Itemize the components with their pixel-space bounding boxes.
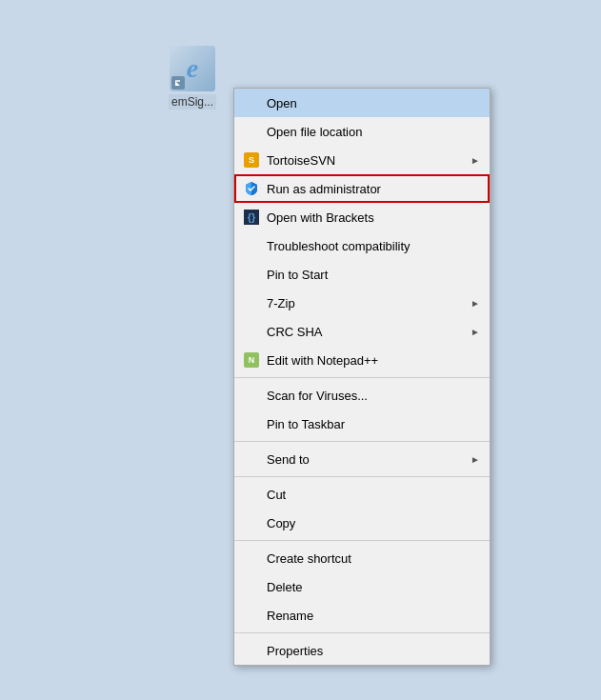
menu-item-pin-taskbar[interactable]: Pin to Taskbar: [234, 410, 490, 438]
troubleshoot-icon: [242, 236, 261, 255]
copy-icon: [242, 513, 261, 532]
brackets-icon: {}: [242, 208, 261, 227]
menu-item-troubleshoot[interactable]: Troubleshoot compatibility: [234, 231, 490, 260]
menu-label-edit-notepad: Edit with Notepad++: [267, 353, 480, 368]
pin-taskbar-icon: [242, 414, 261, 433]
menu-label-cut: Cut: [267, 488, 480, 502]
menu-label-troubleshoot: Troubleshoot compatibility: [267, 239, 480, 253]
menu-item-copy[interactable]: Copy: [234, 509, 490, 537]
separator-2: [234, 441, 490, 442]
desktop-icon-emsig[interactable]: e emSig...: [154, 46, 230, 110]
create-shortcut-icon: [242, 549, 261, 568]
menu-label-scan-viruses: Scan for Viruses...: [267, 389, 480, 403]
menu-label-send-to: Send to: [267, 452, 471, 467]
menu-item-send-to[interactable]: Send to ►: [234, 445, 490, 473]
separator-1: [234, 377, 490, 378]
menu-label-crc-sha: CRC SHA: [267, 325, 471, 339]
menu-item-create-shortcut[interactable]: Create shortcut: [234, 544, 490, 572]
notepad-icon: N: [242, 350, 261, 370]
menu-item-7zip[interactable]: 7-Zip ►: [234, 289, 490, 317]
menu-item-tortoisesvn[interactable]: S TortoiseSVN ►: [234, 146, 490, 174]
menu-item-crc-sha[interactable]: CRC SHA ►: [234, 317, 490, 346]
send-to-icon: [242, 450, 261, 469]
context-menu: Open Open file location S TortoiseSVN ►: [233, 88, 491, 666]
shield-icon: [242, 179, 261, 198]
rename-icon: [242, 606, 261, 625]
delete-icon: [242, 577, 261, 596]
shortcut-badge: [171, 76, 185, 90]
menu-label-delete: Delete: [267, 580, 480, 594]
menu-label-pin-taskbar: Pin to Taskbar: [267, 417, 480, 431]
menu-label-tortoisesvn: TortoiseSVN: [267, 153, 471, 168]
menu-label-copy: Copy: [267, 516, 480, 530]
submenu-arrow-svn: ►: [471, 155, 480, 166]
properties-icon: [242, 641, 261, 660]
menu-label-pin-start: Pin to Start: [267, 268, 480, 282]
svn-icon: S: [242, 150, 261, 170]
icon-label: emSig...: [169, 94, 216, 110]
scan-icon: [242, 386, 261, 405]
menu-label-run-as-admin: Run as administrator: [267, 182, 480, 196]
menu-item-properties[interactable]: Properties: [234, 636, 490, 665]
open-icon: [242, 93, 261, 112]
submenu-arrow-crc: ►: [471, 327, 480, 337]
menu-item-open-file-location[interactable]: Open file location: [234, 117, 490, 146]
menu-label-open: Open: [267, 96, 480, 110]
desktop: e emSig... Open Open file location S Tor…: [0, 0, 601, 700]
menu-label-7zip: 7-Zip: [267, 296, 471, 310]
menu-item-scan-viruses[interactable]: Scan for Viruses...: [234, 381, 490, 410]
menu-item-open[interactable]: Open: [234, 89, 490, 117]
icon-letter: e: [187, 53, 198, 84]
submenu-arrow-send-to: ►: [471, 454, 480, 465]
menu-label-rename: Rename: [267, 609, 480, 623]
menu-item-rename[interactable]: Rename: [234, 601, 490, 630]
menu-item-delete[interactable]: Delete: [234, 572, 490, 601]
menu-label-open-file-location: Open file location: [267, 125, 480, 139]
separator-5: [234, 632, 490, 633]
menu-item-edit-notepad[interactable]: N Edit with Notepad++: [234, 346, 490, 374]
menu-item-run-as-admin[interactable]: Run as administrator: [234, 174, 490, 203]
submenu-arrow-7zip: ►: [471, 298, 480, 309]
menu-item-open-brackets[interactable]: {} Open with Brackets: [234, 203, 490, 231]
cut-icon: [242, 485, 261, 504]
menu-label-properties: Properties: [267, 644, 480, 658]
pin-start-icon: [242, 265, 261, 284]
7zip-icon: [242, 293, 261, 312]
separator-4: [234, 540, 490, 541]
open-file-location-icon: [242, 122, 261, 141]
separator-3: [234, 476, 490, 477]
menu-item-cut[interactable]: Cut: [234, 480, 490, 509]
menu-label-open-brackets: Open with Brackets: [267, 210, 480, 225]
icon-image: e: [170, 46, 215, 91]
menu-label-create-shortcut: Create shortcut: [267, 551, 480, 566]
menu-item-pin-start[interactable]: Pin to Start: [234, 260, 490, 289]
crc-sha-icon: [242, 322, 261, 341]
